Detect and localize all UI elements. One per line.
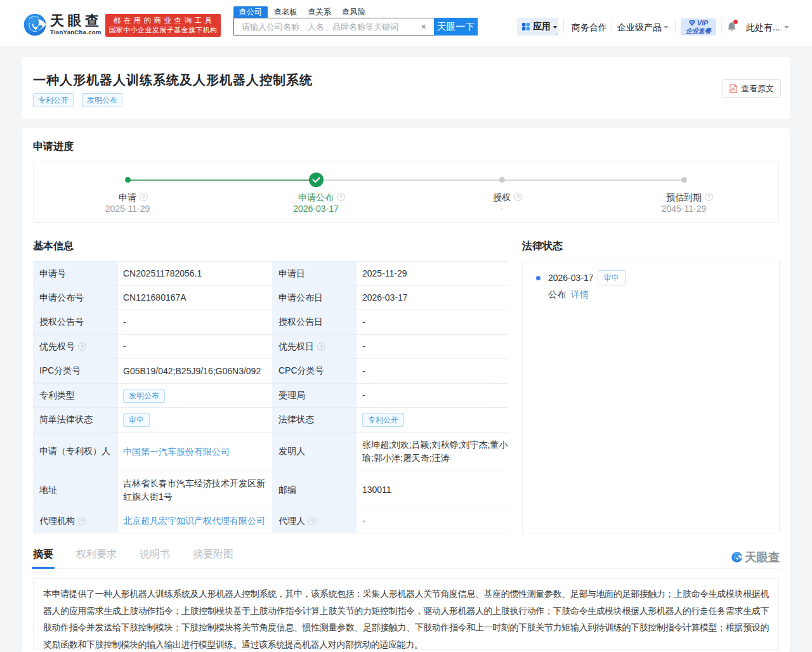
help-icon[interactable]: ? bbox=[78, 517, 86, 525]
timeline-step-label: 预估到期? bbox=[591, 192, 777, 204]
row-value: 吉林省长春市汽车经济技术开发区新红旗大街1号 bbox=[118, 471, 272, 509]
user-menu[interactable]: 此处有... bbox=[746, 22, 780, 34]
bullet-dot bbox=[536, 276, 540, 280]
patent-title: 一种人形机器人训练系统及人形机器人控制系统 bbox=[33, 72, 313, 89]
timeline-step-2: 申请公布?2026-03-17 bbox=[223, 162, 409, 223]
logo-text: 天眼查 bbox=[50, 13, 103, 29]
row-value: 130011 bbox=[357, 471, 508, 509]
help-icon[interactable]: ? bbox=[78, 342, 86, 351]
timeline-step-label: 申请公布? bbox=[223, 192, 409, 204]
chevron-down-icon bbox=[664, 26, 669, 29]
row-label: 优先权号? bbox=[33, 335, 118, 358]
notification-bell[interactable] bbox=[727, 22, 737, 32]
legal-action-label: 公布 bbox=[548, 289, 566, 299]
row-value: 张坤超;刘欢;吕颖;刘秋铮;刘宇杰;董小瑜;郭小洋;屠天奇;汪涛 bbox=[357, 433, 508, 471]
legal-detail-link[interactable]: 详情 bbox=[571, 289, 589, 299]
pdf-file-icon bbox=[729, 84, 738, 93]
search-button[interactable]: 天眼一下 bbox=[434, 18, 478, 36]
search-box: × bbox=[233, 18, 434, 36]
notification-dot bbox=[733, 20, 738, 24]
tianyancha-logo-icon bbox=[23, 13, 46, 36]
row-label: IPC分类号 bbox=[33, 359, 118, 383]
legal-status-tag: 审中 bbox=[598, 270, 625, 285]
detail-tabs: 摘要权利要求说明书摘要附图 bbox=[33, 547, 779, 569]
help-icon[interactable]: ? bbox=[337, 193, 345, 201]
search-tab-3[interactable]: 查关系 bbox=[308, 6, 332, 18]
row-label: 代理人? bbox=[272, 509, 357, 533]
corner-fold bbox=[554, 32, 558, 36]
timeline-step-label: 授权? bbox=[409, 192, 595, 204]
detail-tab-2[interactable]: 权利要求 bbox=[76, 547, 117, 567]
timeline-step-1: 申请?2025-11-29 bbox=[34, 162, 221, 223]
row-label: 地址 bbox=[33, 471, 118, 509]
timeline-step-date: 2025-11-29 bbox=[34, 203, 221, 215]
detail-tab-1[interactable]: 摘要 bbox=[33, 547, 53, 567]
clear-icon[interactable]: × bbox=[421, 22, 426, 31]
vip-package-button[interactable]: VIP 企业套餐 bbox=[681, 18, 716, 36]
row-label: 申请日 bbox=[272, 262, 357, 285]
caret-down-icon bbox=[553, 26, 557, 29]
legal-action: 公布详情 bbox=[548, 289, 589, 301]
slogan-banner: 都在用的商业查询工具 国家中小企业发展子基金旗下机构 bbox=[105, 14, 221, 37]
vip-label: VIP bbox=[681, 19, 716, 27]
timeline-step-label: 申请? bbox=[34, 192, 221, 204]
table-row: IPC分类号G05B19/042;B25J9/16;G06N3/092CPC分类… bbox=[33, 359, 508, 384]
timeline-step-date: 2045-11-29 bbox=[591, 203, 777, 215]
timeline-step-3: 授权?- bbox=[409, 162, 595, 223]
slogan-line1: 都在用的商业查询工具 bbox=[105, 16, 221, 25]
legal-date: 2026-03-17 bbox=[548, 273, 594, 283]
search-tab-2[interactable]: 查老板 bbox=[274, 6, 298, 18]
legal-status-heading: 法律状态 bbox=[522, 240, 563, 253]
help-icon[interactable]: ? bbox=[140, 193, 148, 201]
view-original-button[interactable]: 查看原文 bbox=[722, 79, 781, 98]
row-value: - bbox=[357, 335, 508, 358]
slogan-line2: 国家中小企业发展子基金旗下机构 bbox=[105, 25, 221, 35]
status-tag: 审中 bbox=[123, 413, 150, 427]
chevron-down-icon bbox=[784, 26, 789, 29]
row-label: CPC分类号 bbox=[272, 359, 357, 383]
table-row: 专利类型发明公布受理局- bbox=[33, 384, 508, 408]
search-tab-4[interactable]: 查风险 bbox=[342, 6, 366, 18]
abstract-text: 本申请提供了一种人形机器人训练系统及人形机器人控制系统，其中，该系统包括：采集人… bbox=[43, 585, 769, 652]
table-row: 申请公布号CN121680167A申请公布日2026-03-17 bbox=[33, 286, 508, 310]
tianyancha-watermark-icon bbox=[731, 552, 742, 563]
view-original-label: 查看原文 bbox=[741, 83, 774, 95]
detail-tab-4[interactable]: 摘要附图 bbox=[193, 547, 233, 567]
divider bbox=[612, 19, 612, 33]
detail-tab-3[interactable]: 说明书 bbox=[140, 547, 170, 567]
watermark-text: 天眼查 bbox=[745, 549, 780, 565]
nav-apps-button[interactable]: 应用 bbox=[517, 18, 558, 36]
row-label: 代理机构? bbox=[33, 509, 118, 533]
status-tag: 发明公布 bbox=[123, 389, 165, 403]
progress-timeline: 申请?2025-11-29申请公布?2026-03-17授权?-预估到期?204… bbox=[33, 162, 779, 223]
row-value: 专利公开 bbox=[357, 408, 508, 432]
row-label: 申请公布日 bbox=[272, 286, 357, 310]
entity-link[interactable]: 北京超凡宏宇知识产权代理有限公司 bbox=[123, 514, 265, 528]
progress-heading: 申请进度 bbox=[33, 140, 74, 153]
help-icon[interactable]: ? bbox=[705, 193, 713, 201]
timeline-step-date: 2026-03-17 bbox=[223, 203, 409, 215]
row-label: 申请公布号 bbox=[33, 286, 118, 310]
row-label: 授权公告日 bbox=[272, 310, 357, 334]
row-value: 发明公布 bbox=[118, 384, 272, 407]
row-value: - bbox=[357, 359, 508, 383]
search-input[interactable] bbox=[242, 18, 413, 35]
divider bbox=[563, 19, 564, 33]
help-icon[interactable]: ? bbox=[308, 517, 317, 525]
header: 天眼查 TianYanCha.com 都在用的商业查询工具 国家中小企业发展子基… bbox=[0, 0, 812, 47]
help-icon[interactable]: ? bbox=[317, 342, 325, 351]
row-value: 2025-11-29 bbox=[357, 262, 508, 285]
timeline-dot bbox=[499, 177, 505, 183]
nav-business[interactable]: 商务合作 bbox=[572, 22, 607, 34]
row-label: 授权公告号 bbox=[33, 310, 118, 334]
nav-enterprise[interactable]: 企业级产品 bbox=[617, 22, 662, 34]
row-value: CN202511782056.1 bbox=[118, 262, 272, 285]
row-value: 审中 bbox=[118, 408, 272, 432]
legal-status-item: 2026-03-17 审中 bbox=[548, 270, 625, 285]
row-value: - bbox=[357, 509, 508, 533]
help-icon[interactable]: ? bbox=[514, 193, 522, 201]
basic-info-table: 申请号CN202511782056.1申请日2025-11-29申请公布号CN1… bbox=[33, 261, 508, 533]
row-value: - bbox=[357, 384, 508, 407]
entity-link[interactable]: 中国第一汽车股份有限公司 bbox=[123, 445, 230, 459]
search-tab-1[interactable]: 查公司 bbox=[233, 6, 268, 18]
